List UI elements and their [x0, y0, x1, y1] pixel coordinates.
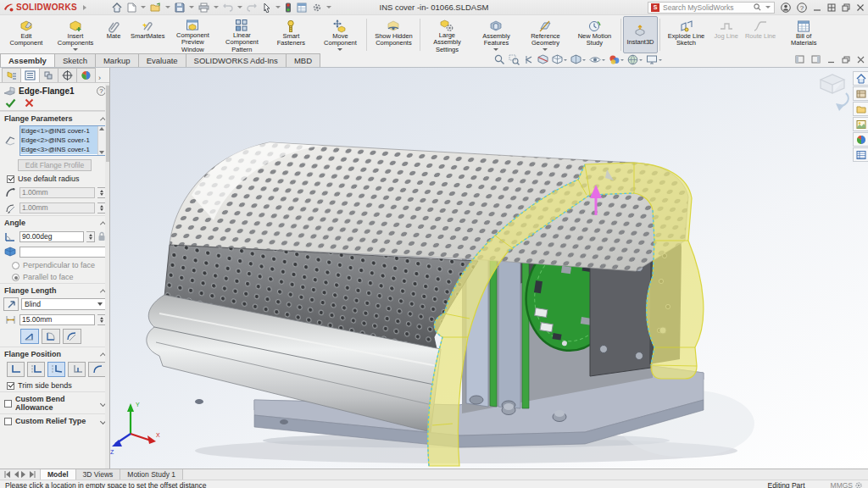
open-icon[interactable]: [148, 2, 163, 14]
edge-selection-listbox[interactable]: Edge<1>@INS cover-1 Edge<2>@INS cover-1 …: [19, 125, 106, 156]
hide-show-caret-icon[interactable]: [602, 59, 605, 61]
flange-parameters-header[interactable]: Flange Parameters: [0, 111, 109, 125]
previous-tab-icon[interactable]: [14, 471, 19, 478]
reverse-direction-button[interactable]: [3, 297, 19, 311]
search-icon[interactable]: [754, 3, 761, 11]
material-inside-button[interactable]: [7, 362, 25, 377]
tab-assembly[interactable]: Assembly: [0, 53, 55, 67]
appearances-caret-icon[interactable]: [620, 59, 624, 61]
instant3d-button[interactable]: Instant3D: [623, 16, 657, 53]
first-tab-icon[interactable]: [3, 471, 11, 478]
view-settings-caret-icon[interactable]: [659, 59, 662, 61]
bend-outside-button[interactable]: [47, 362, 65, 377]
motion-study-tab[interactable]: Motion Study 1: [120, 469, 183, 480]
angle-header[interactable]: Angle: [0, 215, 109, 229]
manager-tabs-expand-icon[interactable]: ›: [98, 74, 101, 82]
bend-from-virtual-sharp-button[interactable]: [68, 362, 86, 377]
scene-icon[interactable]: [627, 54, 643, 65]
assembly-features-caret-icon[interactable]: [493, 48, 498, 51]
custom-relief-type-checkbox[interactable]: [4, 418, 12, 425]
tangent-to-bend-button[interactable]: [88, 362, 106, 377]
open-caret-icon[interactable]: [141, 6, 146, 8]
redo-icon[interactable]: [245, 3, 259, 13]
close-icon[interactable]: [856, 3, 865, 12]
tab-sketch[interactable]: Sketch: [54, 53, 96, 67]
bill-of-materials-button[interactable]: Bill of Materials: [779, 16, 828, 53]
custom-relief-type-header[interactable]: Custom Relief Type: [0, 413, 109, 427]
restore-document-icon[interactable]: [842, 56, 850, 64]
undo-caret-icon[interactable]: [214, 6, 219, 8]
minimize-icon[interactable]: [813, 3, 821, 12]
options-gear-icon[interactable]: [310, 2, 324, 14]
custom-properties-tab[interactable]: [853, 147, 868, 162]
view-orientation-caret-icon[interactable]: [564, 59, 567, 61]
insert-components-button[interactable]: Insert Components: [51, 16, 100, 53]
dimxpert-manager-tab[interactable]: [58, 68, 77, 82]
smart-fasteners-button[interactable]: Smart Fasteners: [266, 16, 315, 53]
flange-angle-spinner[interactable]: [86, 231, 95, 242]
assembly-features-button[interactable]: Assembly Features: [471, 16, 520, 53]
brand-caret-icon[interactable]: [83, 5, 86, 10]
display-manager-tab[interactable]: [76, 68, 96, 82]
graphics-viewport[interactable]: Y X Z: [110, 68, 868, 469]
split-pane-left-icon[interactable]: [795, 55, 804, 64]
tab-solidworks-add-ins[interactable]: SOLIDWORKS Add-Ins: [186, 53, 287, 67]
material-outside-button[interactable]: [27, 362, 45, 377]
listbox-scrollbar[interactable]: [97, 126, 105, 155]
appearances-tab[interactable]: [853, 132, 868, 147]
view-palette-tab[interactable]: [853, 117, 868, 131]
file-explorer-tab[interactable]: [853, 102, 868, 116]
save-caret-icon[interactable]: [165, 6, 170, 8]
appearances-icon[interactable]: [609, 54, 624, 65]
design-library-tab[interactable]: [853, 86, 868, 101]
display-style-icon[interactable]: [570, 54, 586, 65]
tab-mbd[interactable]: MBD: [286, 53, 320, 67]
show-hidden-components-button[interactable]: Show Hidden Components: [369, 16, 418, 53]
tab-markup[interactable]: Markup: [95, 53, 139, 67]
edge-list-item[interactable]: Edge<2>@INS cover-1: [20, 136, 97, 145]
smartmates-button[interactable]: SmartMates: [127, 16, 168, 53]
3d-views-tab[interactable]: 3D Views: [76, 469, 121, 480]
next-tab-icon[interactable]: [21, 471, 26, 478]
scroll-up-icon[interactable]: [99, 127, 104, 130]
undo-icon[interactable]: [221, 3, 235, 13]
move-component-caret-icon[interactable]: [337, 48, 342, 51]
units-value[interactable]: MMGS: [831, 481, 853, 488]
restore-icon[interactable]: [842, 3, 850, 12]
panel-scrollbar-thumb[interactable]: [106, 86, 109, 162]
select-cursor-icon[interactable]: [260, 2, 273, 14]
redo-caret-icon[interactable]: [237, 6, 242, 8]
mate-button[interactable]: Mate: [100, 16, 127, 53]
save-icon[interactable]: [173, 2, 186, 14]
inner-virtual-sharp-button[interactable]: [42, 329, 60, 344]
user-icon[interactable]: [781, 3, 791, 13]
trim-side-bends-row[interactable]: Trim side bends: [0, 380, 109, 391]
feature-manager-tab[interactable]: [2, 68, 21, 82]
close-document-icon[interactable]: [857, 56, 865, 64]
edit-component-button[interactable]: Edit Component: [2, 16, 51, 53]
search-input[interactable]: S Search MySolidWorks: [648, 2, 775, 14]
outer-virtual-sharp-button[interactable]: [20, 329, 39, 344]
ok-check-icon[interactable]: [5, 98, 16, 108]
trim-side-bends-checkbox[interactable]: [7, 382, 14, 390]
end-condition-dropdown[interactable]: Blind: [21, 298, 106, 310]
tangent-bend-button[interactable]: [63, 329, 81, 344]
linear-component-pattern-button[interactable]: Linear Component Pattern: [217, 16, 266, 53]
panel-scrollbar[interactable]: [105, 84, 109, 469]
edge-list-item[interactable]: Edge<1>@INS cover-1: [20, 126, 97, 136]
hide-show-icon[interactable]: [589, 54, 605, 65]
help-icon[interactable]: ?: [797, 3, 807, 13]
flange-angle-field[interactable]: 90.00deg: [19, 231, 84, 242]
assembly-model[interactable]: Y X Z: [110, 68, 868, 469]
model-tab[interactable]: Model: [41, 469, 76, 480]
window-layout-icon[interactable]: [827, 3, 836, 12]
home-tab[interactable]: [853, 71, 868, 86]
view-settings-icon[interactable]: [646, 54, 662, 65]
component-preview-window-button[interactable]: Component Preview Window: [168, 16, 217, 53]
last-tab-icon[interactable]: [29, 471, 36, 478]
zoom-fit-icon[interactable]: [494, 54, 505, 65]
tab-evaluate[interactable]: Evaluate: [138, 53, 186, 67]
scene-caret-icon[interactable]: [639, 59, 643, 61]
edge-list-item[interactable]: Edge<3>@INS cover-1: [20, 145, 97, 154]
units-gear-icon[interactable]: [854, 481, 863, 488]
